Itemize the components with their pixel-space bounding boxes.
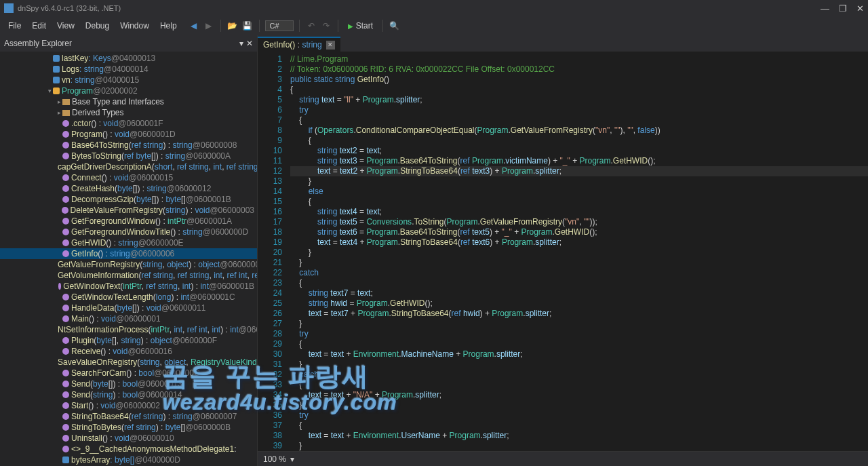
- window-title: dnSpy v6.4.0-rc1 (32-bit, .NET): [18, 4, 821, 12]
- assembly-explorer-panel: Assembly Explorer ▾ ✕ lastKey : Keys @04…: [0, 35, 258, 466]
- nav-back-icon[interactable]: ◀: [188, 20, 200, 32]
- panel-dropdown-icon[interactable]: ▾: [239, 39, 243, 48]
- tab-getinfo[interactable]: GetInfo() : string ✕: [258, 37, 340, 52]
- search-icon[interactable]: 🔍: [389, 20, 401, 32]
- tree-item[interactable]: .cctor() : void @0600001F: [0, 118, 257, 129]
- redo-icon[interactable]: ↷: [320, 20, 332, 32]
- code-editor[interactable]: 1234567891011121314151617181920212223242…: [258, 52, 868, 451]
- tree-item[interactable]: <>_9__CachedAnonymousMethodDelegate1:: [0, 444, 257, 454]
- tree-item[interactable]: GetInfo() : string @06000006: [0, 248, 257, 259]
- tree-item[interactable]: vn : string @04000015: [0, 75, 257, 85]
- undo-icon[interactable]: ↶: [305, 20, 317, 32]
- menu-help[interactable]: Help: [155, 18, 182, 33]
- tree-item[interactable]: lastKey : Keys @04000013: [0, 53, 257, 64]
- titlebar: dnSpy v6.4.0-rc1 (32-bit, .NET) ― ❐ ✕: [0, 0, 868, 16]
- menu-window[interactable]: Window: [115, 18, 155, 33]
- maximize-button[interactable]: ❐: [839, 3, 847, 14]
- start-button[interactable]: ▶ Start: [344, 20, 377, 32]
- nav-forward-icon[interactable]: ▶: [203, 20, 215, 32]
- menu-debug[interactable]: Debug: [80, 18, 115, 33]
- tree-view[interactable]: lastKey : Keys @04000013Logs : string @0…: [0, 52, 257, 466]
- tree-item[interactable]: GetForegroundWindowTitle() : string @060…: [0, 227, 257, 237]
- tree-item[interactable]: SaveValueOnRegistry(string, object, Regi…: [0, 357, 257, 368]
- tree-item[interactable]: ▸Derived Types: [0, 107, 257, 118]
- language-select[interactable]: C#: [265, 20, 294, 31]
- close-button[interactable]: ✕: [856, 3, 864, 14]
- tab-close-icon[interactable]: ✕: [326, 41, 335, 50]
- tree-item[interactable]: Base64ToString(ref string) : string @060…: [0, 140, 257, 151]
- zoom-dropdown-icon[interactable]: ▾: [290, 454, 294, 464]
- tree-item[interactable]: Program() : void @0600001D: [0, 129, 257, 140]
- tree-item[interactable]: Receive() : void @06000016: [0, 346, 257, 357]
- tree-item[interactable]: ▾Program @02000002: [0, 85, 257, 96]
- tree-item[interactable]: HandleData(byte[]) : void @06000011: [0, 303, 257, 313]
- tree-item[interactable]: GetValueFromRegistry(string, object) : o…: [0, 259, 257, 270]
- tree-item[interactable]: StringToBytes(ref string) : byte[] @0600…: [0, 422, 257, 433]
- tree-item[interactable]: bytesArray : byte[] @0400000D: [0, 454, 257, 465]
- tree-item[interactable]: Main() : void @06000001: [0, 313, 257, 324]
- tree-item[interactable]: GetHWID() : string @0600000E: [0, 237, 257, 248]
- code-content[interactable]: // Lime.Program// Token: 0x06000006 RID:…: [290, 52, 868, 451]
- tree-item[interactable]: BytesToString(ref byte[]) : string @0600…: [0, 151, 257, 161]
- app-icon: [4, 3, 14, 13]
- statusbar: 100 % ▾: [258, 451, 868, 466]
- tree-item[interactable]: GetWindowText(intPtr, ref string, int) :…: [0, 281, 257, 292]
- zoom-level[interactable]: 100 %: [263, 454, 286, 464]
- tree-item[interactable]: Send(string) : bool @06000014: [0, 389, 257, 400]
- tree-item[interactable]: StringToBase64(ref string) : string @060…: [0, 411, 257, 422]
- editor-tabs: GetInfo() : string ✕: [258, 35, 868, 52]
- tree-item[interactable]: ▸Base Type and Interfaces: [0, 96, 257, 107]
- tree-item[interactable]: Start() : void @06000002: [0, 400, 257, 411]
- panel-title: Assembly Explorer: [4, 39, 72, 48]
- tree-item[interactable]: Plugin(byte[], string) : object @0600000…: [0, 335, 257, 346]
- line-gutter: 1234567891011121314151617181920212223242…: [258, 52, 290, 451]
- tree-item[interactable]: Connect() : void @06000015: [0, 172, 257, 183]
- panel-close-icon[interactable]: ✕: [246, 39, 253, 48]
- open-icon[interactable]: 📂: [226, 20, 239, 32]
- menubar: File Edit View Debug Window Help ◀ ▶ 📂 💾…: [0, 16, 868, 35]
- tree-item[interactable]: DecompressGzip(byte[]) : byte[] @0600001…: [0, 194, 257, 205]
- tree-item[interactable]: GetVolumeInformation(ref string, ref str…: [0, 270, 257, 281]
- minimize-button[interactable]: ―: [821, 3, 829, 14]
- menu-edit[interactable]: Edit: [26, 18, 52, 33]
- menu-file[interactable]: File: [3, 18, 26, 33]
- play-icon: ▶: [348, 22, 353, 30]
- save-icon[interactable]: 💾: [241, 20, 254, 32]
- tree-item[interactable]: CreateHash(byte[]) : string @06000012: [0, 183, 257, 194]
- tree-item[interactable]: DeleteValueFromRegistry(string) : void @…: [0, 205, 257, 216]
- tree-item[interactable]: GetForegroundWindow() : intPtr @0600001A: [0, 216, 257, 227]
- tree-item[interactable]: Uninstall() : void @06000010: [0, 433, 257, 444]
- tree-item[interactable]: Logs : string @04000014: [0, 64, 257, 75]
- tree-item[interactable]: GetWindowTextLength(long) : int @0600001…: [0, 292, 257, 303]
- tree-item[interactable]: Send(byte[]) : bool @06000013: [0, 378, 257, 389]
- tree-item[interactable]: capGetDriverDescriptionA(short, ref stri…: [0, 161, 257, 172]
- menu-view[interactable]: View: [52, 18, 80, 33]
- tree-item[interactable]: NtSetInformationProcess(intPtr, int, ref…: [0, 324, 257, 335]
- tree-item[interactable]: SearchForCam() : bool @0600000C: [0, 368, 257, 378]
